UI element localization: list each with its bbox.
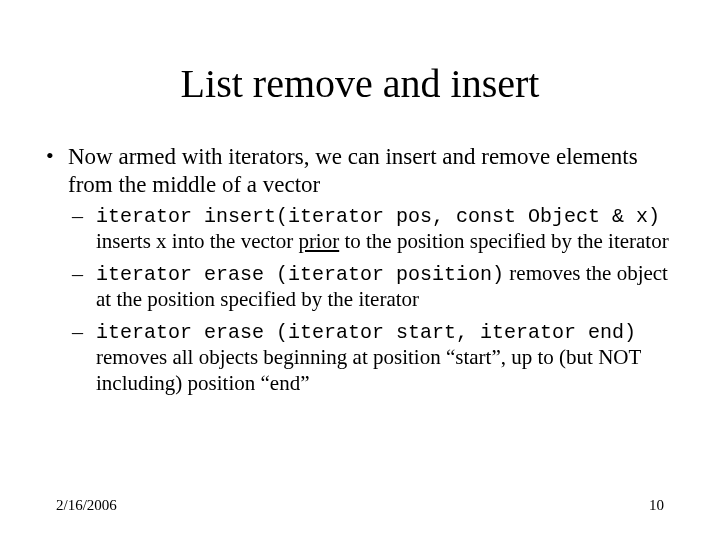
desc-text: inserts x into the vector	[96, 229, 298, 253]
slide: List remove and insert Now armed with it…	[0, 0, 720, 540]
footer-page-number: 10	[649, 497, 664, 514]
slide-body: Now armed with iterators, we can insert …	[0, 107, 720, 397]
slide-footer: 2/16/2006 10	[0, 497, 720, 514]
bullet-list-l2: iterator insert(iterator pos, const Obje…	[68, 203, 680, 397]
emphasis-prior: prior	[298, 229, 339, 253]
desc-text: removes all objects beginning at positio…	[96, 345, 641, 395]
bullet-list-l1: Now armed with iterators, we can insert …	[40, 143, 680, 397]
code-signature: iterator erase (iterator position)	[96, 263, 504, 286]
sub-item-erase-range: iterator erase (iterator start, iterator…	[68, 319, 680, 397]
footer-date: 2/16/2006	[56, 497, 117, 514]
slide-title: List remove and insert	[0, 0, 720, 107]
bullet-text: Now armed with iterators, we can insert …	[68, 144, 638, 197]
sub-item-erase-one: iterator erase (iterator position) remov…	[68, 261, 680, 313]
code-signature: iterator erase (iterator start, iterator…	[96, 321, 636, 344]
bullet-item: Now armed with iterators, we can insert …	[40, 143, 680, 397]
desc-text: to the position specified by the iterato…	[339, 229, 669, 253]
sub-item-insert: iterator insert(iterator pos, const Obje…	[68, 203, 680, 255]
code-signature: iterator insert(iterator pos, const Obje…	[96, 205, 660, 228]
